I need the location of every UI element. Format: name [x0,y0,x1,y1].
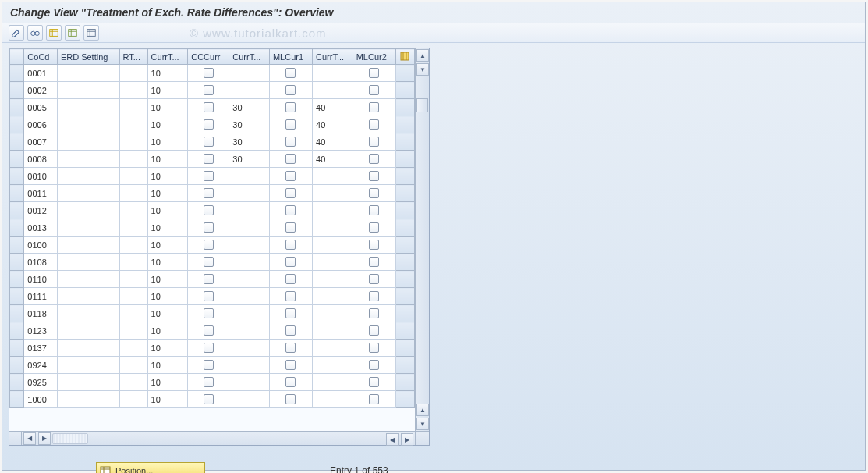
cell-currt2[interactable] [229,305,270,322]
cell-rt[interactable] [119,168,147,185]
cell-mlcur2[interactable] [353,254,395,271]
cell-currt2[interactable] [229,357,270,374]
checkbox-icon[interactable] [369,205,379,215]
cell-mlcur1[interactable] [269,185,312,202]
cell-rt[interactable] [119,271,147,288]
cell-currt[interactable]: 10 [147,219,188,236]
cell-cocd[interactable]: 0108 [24,254,58,271]
cell-currt2[interactable] [229,236,270,254]
cell-currt2[interactable]: 30 [229,151,270,168]
cell-currt[interactable]: 10 [147,305,188,322]
cell-currt2[interactable]: 30 [229,99,270,116]
row-selector[interactable] [10,185,24,202]
cell-rt[interactable] [119,82,147,99]
cell-currt3[interactable] [313,271,353,288]
cell-cocd[interactable]: 0137 [24,340,58,357]
cell-currt[interactable]: 10 [147,236,188,254]
cell-mlcur1[interactable] [269,168,312,185]
cell-currt3[interactable] [313,340,353,357]
row-selector[interactable] [10,236,24,254]
checkbox-icon[interactable] [285,102,296,112]
checkbox-icon[interactable] [369,377,379,387]
cell-cocd[interactable]: 0118 [24,305,58,322]
checkbox-icon[interactable] [369,85,379,95]
table-row[interactable]: 012310 [10,322,415,340]
checkbox-icon[interactable] [369,394,379,404]
col-rt[interactable]: RT... [119,49,147,65]
cell-erd-setting[interactable] [57,219,119,236]
cell-cccurr[interactable] [188,99,229,116]
checkbox-icon[interactable] [369,257,379,267]
cell-rt[interactable] [119,185,147,202]
cell-cccurr[interactable] [188,168,229,185]
checkbox-icon[interactable] [204,119,214,130]
cell-cccurr[interactable] [188,305,229,322]
cell-cccurr[interactable] [188,65,229,82]
cell-cocd[interactable]: 0123 [24,322,58,340]
cell-currt3[interactable] [313,202,353,219]
cell-cccurr[interactable] [188,357,229,374]
checkbox-icon[interactable] [204,394,214,404]
cell-rt[interactable] [119,391,147,408]
cell-cccurr[interactable] [188,116,229,133]
cell-mlcur2[interactable] [353,116,395,133]
checkbox-icon[interactable] [285,119,296,130]
row-selector[interactable] [10,305,24,322]
row-selector[interactable] [10,340,24,357]
row-selector[interactable] [10,271,24,288]
scroll-right-icon[interactable]: ▶ [401,433,413,446]
cell-currt3[interactable] [313,65,353,82]
cell-mlcur1[interactable] [269,391,312,408]
cell-erd-setting[interactable] [57,340,119,357]
checkbox-icon[interactable] [204,154,214,164]
cell-mlcur1[interactable] [269,271,312,288]
row-selector[interactable] [10,82,24,99]
table-row[interactable]: 001310 [10,219,415,236]
cell-cccurr[interactable] [188,82,229,99]
cell-mlcur1[interactable] [269,305,312,322]
cell-erd-setting[interactable] [57,82,119,99]
row-selector[interactable] [10,99,24,116]
cell-mlcur2[interactable] [353,151,395,168]
checkbox-icon[interactable] [369,343,379,353]
cell-currt2[interactable] [229,202,270,219]
cell-erd-setting[interactable] [57,288,119,305]
scroll-down-step-icon[interactable]: ▼ [416,63,429,76]
cell-cccurr[interactable] [188,374,229,391]
checkbox-icon[interactable] [369,171,379,181]
checkbox-icon[interactable] [204,257,214,267]
scroll-down-icon[interactable]: ▼ [416,418,429,430]
row-selector[interactable] [10,202,24,219]
cell-cocd[interactable]: 0006 [24,116,58,133]
checkbox-icon[interactable] [285,85,296,95]
cell-rt[interactable] [119,357,147,374]
checkbox-icon[interactable] [204,240,214,250]
cell-erd-setting[interactable] [57,185,119,202]
cell-cocd[interactable]: 0011 [24,185,58,202]
row-selector[interactable] [10,391,24,408]
cell-rt[interactable] [119,219,147,236]
checkbox-icon[interactable] [369,222,379,233]
cell-mlcur2[interactable] [353,99,395,116]
col-erd-setting[interactable]: ERD Setting [57,49,119,65]
checkbox-icon[interactable] [204,85,214,95]
table-row[interactable]: 0008103040 [10,151,415,168]
cell-mlcur2[interactable] [353,168,395,185]
cell-currt3[interactable] [313,305,353,322]
cell-currt[interactable]: 10 [147,185,188,202]
cell-rt[interactable] [119,151,147,168]
checkbox-icon[interactable] [369,102,379,112]
checkbox-icon[interactable] [285,325,296,336]
checkbox-icon[interactable] [285,308,296,318]
row-selector[interactable] [10,65,24,82]
cell-currt[interactable]: 10 [147,202,188,219]
cell-currt[interactable]: 10 [147,288,188,305]
cell-currt2[interactable]: 30 [229,116,270,133]
cell-mlcur1[interactable] [269,133,312,151]
cell-cocd[interactable]: 1000 [24,391,58,408]
scroll-left-step-icon[interactable]: ◀ [386,433,399,446]
row-selector[interactable] [10,219,24,236]
cell-erd-setting[interactable] [57,168,119,185]
table-row[interactable]: 010010 [10,236,415,254]
cell-rt[interactable] [119,322,147,340]
